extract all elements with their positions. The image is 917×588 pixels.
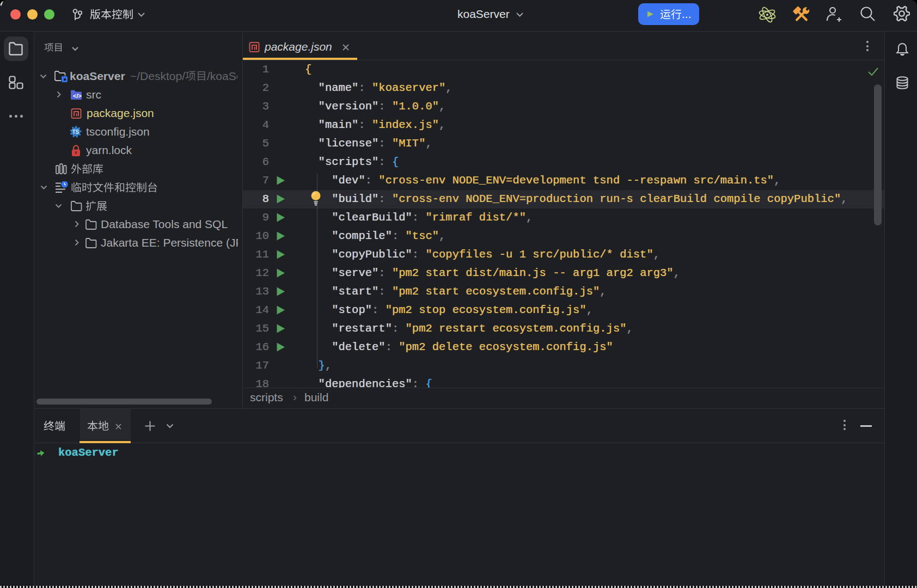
svg-text:TS: TS [72,129,79,135]
svg-text:</>: </> [73,93,82,99]
